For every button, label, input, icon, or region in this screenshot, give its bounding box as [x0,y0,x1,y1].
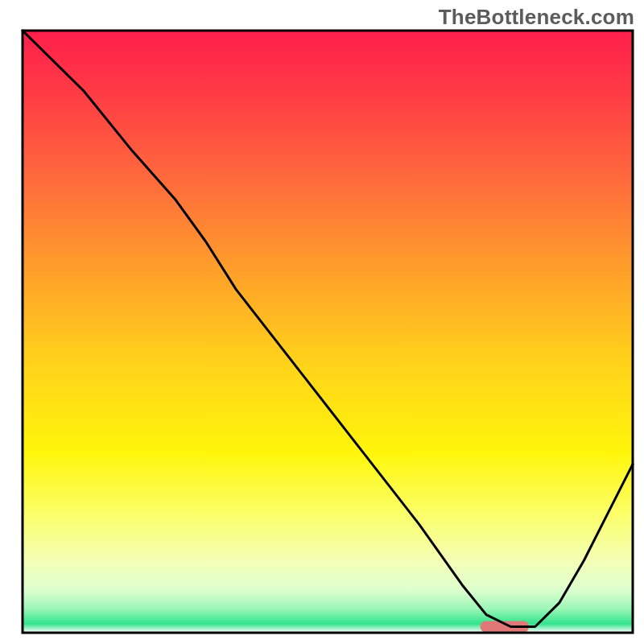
chart-gradient-background [23,31,633,633]
watermark-text: TheBottleneck.com [439,5,634,30]
gradient-line-chart [0,0,644,644]
chart-container: TheBottleneck.com [0,0,644,644]
